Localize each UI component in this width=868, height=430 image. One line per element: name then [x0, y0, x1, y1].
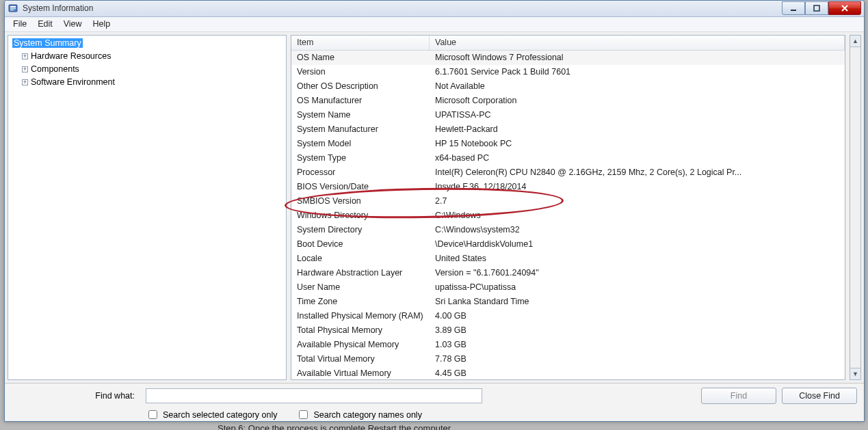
table-row[interactable]: System NameUPATISSA-PC: [291, 108, 845, 122]
outer-scrollbar[interactable]: ▲ ▼: [850, 35, 861, 380]
cell-value: 6.1.7601 Service Pack 1 Build 7601: [430, 67, 845, 77]
tree-item-hardware-resources[interactable]: + Hardware Resources: [12, 50, 282, 63]
cell-value: 7.78 GB: [430, 354, 845, 364]
table-row[interactable]: BIOS Version/DateInsyde F.36, 12/18/2014: [291, 180, 845, 194]
cell-value: 3.89 GB: [430, 325, 845, 335]
search-category-names-checkbox[interactable]: Search category names only: [296, 408, 421, 421]
checkbox[interactable]: [148, 410, 157, 419]
table-row[interactable]: OS ManufacturerMicrosoft Corporation: [291, 94, 845, 108]
scroll-up-icon[interactable]: ▲: [850, 36, 860, 47]
cell-item: System Name: [291, 110, 430, 120]
minimize-button[interactable]: [782, 1, 805, 15]
cell-item: Windows Directory: [291, 211, 430, 220]
table-row[interactable]: OS NameMicrosoft Windows 7 Professional: [291, 51, 845, 65]
system-information-window: System Information File Edit View Help S…: [4, 0, 865, 422]
cell-item: System Directory: [291, 225, 430, 234]
table-row[interactable]: Total Virtual Memory7.78 GB: [291, 352, 845, 366]
cell-item: OS Manufacturer: [291, 96, 430, 105]
title-bar[interactable]: System Information: [5, 1, 864, 17]
cell-value: upatissa-PC\upatissa: [430, 282, 845, 292]
list-header[interactable]: Item Value: [291, 36, 845, 51]
table-row[interactable]: Available Virtual Memory4.45 GB: [291, 366, 845, 379]
table-row[interactable]: System Typex64-based PC: [291, 151, 845, 165]
menu-view[interactable]: View: [58, 18, 88, 30]
cell-value: x64-based PC: [430, 153, 845, 163]
cell-value: Sri Lanka Standard Time: [430, 297, 845, 306]
find-bar: Find what: Find Close Find Search select…: [5, 383, 864, 421]
cell-item: System Model: [291, 139, 430, 148]
table-row[interactable]: Hardware Abstraction LayerVersion = "6.1…: [291, 266, 845, 280]
scroll-down-icon[interactable]: ▼: [850, 368, 860, 379]
cell-item: User Name: [291, 282, 430, 292]
table-row[interactable]: Other OS DescriptionNot Available: [291, 79, 845, 94]
table-row[interactable]: Windows DirectoryC:\Windows: [291, 209, 845, 223]
cell-value: Microsoft Windows 7 Professional: [430, 53, 845, 62]
list-body[interactable]: OS NameMicrosoft Windows 7 ProfessionalV…: [291, 51, 845, 379]
find-button[interactable]: Find: [701, 388, 776, 404]
table-row[interactable]: Time ZoneSri Lanka Standard Time: [291, 295, 845, 309]
table-row[interactable]: Version6.1.7601 Service Pack 1 Build 760…: [291, 65, 845, 79]
cell-item: System Type: [291, 153, 430, 163]
menu-help[interactable]: Help: [88, 18, 116, 30]
menu-edit[interactable]: Edit: [32, 18, 58, 30]
menu-file[interactable]: File: [8, 18, 32, 30]
expand-icon[interactable]: +: [22, 79, 28, 85]
details-list: Item Value OS NameMicrosoft Windows 7 Pr…: [291, 35, 845, 380]
cell-value: C:\Windows\system32: [430, 225, 845, 234]
cell-value: United States: [430, 254, 845, 263]
expand-icon[interactable]: +: [22, 53, 28, 59]
window-title: System Information: [23, 3, 93, 13]
table-row[interactable]: LocaleUnited States: [291, 252, 845, 266]
table-row[interactable]: Available Physical Memory1.03 GB: [291, 338, 845, 352]
cell-item: Boot Device: [291, 239, 430, 249]
table-row[interactable]: System ManufacturerHewlett-Packard: [291, 122, 845, 137]
find-label: Find what:: [12, 391, 140, 401]
tree-item-system-summary[interactable]: System Summary: [12, 37, 282, 50]
tree-label: Software Environment: [31, 77, 115, 87]
cell-item: OS Name: [291, 53, 430, 62]
svg-rect-1: [10, 6, 16, 8]
cell-item: Total Virtual Memory: [291, 354, 430, 364]
column-header-value[interactable]: Value: [430, 36, 845, 50]
app-icon: [8, 3, 18, 14]
category-tree[interactable]: System Summary + Hardware Resources + Co…: [8, 35, 287, 380]
cell-item: Processor: [291, 167, 430, 177]
cell-value: Insyde F.36, 12/18/2014: [430, 182, 845, 191]
menu-bar: File Edit View Help: [5, 17, 864, 32]
cell-value: Intel(R) Celeron(R) CPU N2840 @ 2.16GHz,…: [430, 167, 845, 177]
table-row[interactable]: User Nameupatissa-PC\upatissa: [291, 280, 845, 295]
checkbox-label: Search category names only: [313, 410, 421, 420]
cell-value: Version = "6.1.7601.24094": [430, 268, 845, 278]
cell-item: Hardware Abstraction Layer: [291, 268, 430, 278]
column-header-item[interactable]: Item: [291, 36, 430, 50]
table-row[interactable]: Boot Device\Device\HarddiskVolume1: [291, 237, 845, 252]
tree-item-components[interactable]: + Components: [12, 63, 282, 76]
cell-item: BIOS Version/Date: [291, 182, 430, 191]
table-row[interactable]: ProcessorIntel(R) Celeron(R) CPU N2840 @…: [291, 165, 845, 180]
cell-value: 2.7: [430, 196, 845, 206]
table-row[interactable]: System DirectoryC:\Windows\system32: [291, 223, 845, 237]
find-input[interactable]: [146, 388, 482, 403]
cell-value: 4.45 GB: [430, 368, 845, 378]
tree-label: System Summary: [12, 38, 83, 48]
search-selected-category-checkbox[interactable]: Search selected category only: [146, 408, 277, 421]
checkbox[interactable]: [299, 410, 308, 419]
svg-rect-3: [10, 10, 14, 10]
close-button[interactable]: [828, 1, 861, 15]
cell-item: Available Physical Memory: [291, 340, 430, 349]
tree-label: Components: [31, 64, 79, 74]
cell-item: Other OS Description: [291, 81, 430, 91]
table-row[interactable]: System ModelHP 15 Notebook PC: [291, 137, 845, 151]
expand-icon[interactable]: +: [22, 66, 28, 72]
table-row[interactable]: Installed Physical Memory (RAM)4.00 GB: [291, 309, 845, 323]
table-row[interactable]: SMBIOS Version2.7: [291, 194, 845, 209]
close-find-button[interactable]: Close Find: [782, 388, 857, 404]
maximize-button[interactable]: [805, 1, 828, 15]
cell-item: Time Zone: [291, 297, 430, 306]
tree-label: Hardware Resources: [31, 51, 111, 61]
background-text: Step 6: Once the process is complete Res…: [218, 423, 451, 430]
cell-item: Available Virtual Memory: [291, 368, 430, 378]
tree-item-software-environment[interactable]: + Software Environment: [12, 76, 282, 89]
svg-rect-2: [10, 8, 16, 9]
table-row[interactable]: Total Physical Memory3.89 GB: [291, 323, 845, 338]
